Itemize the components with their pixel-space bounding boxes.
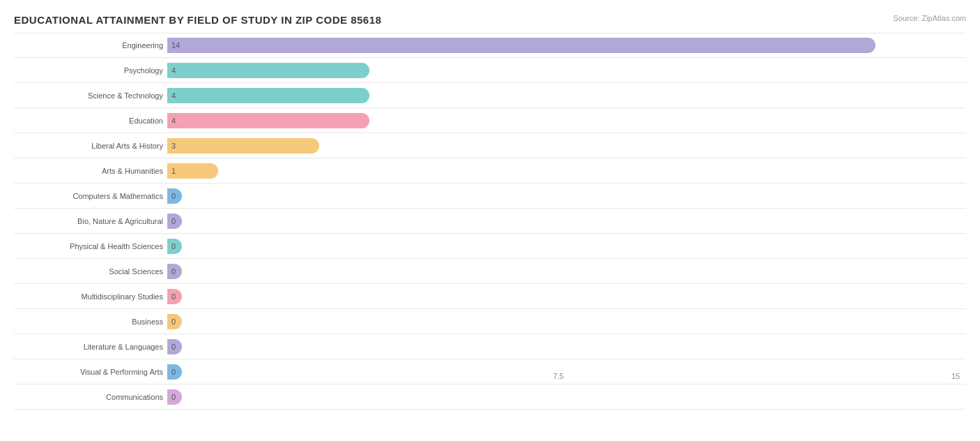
- bar-value-label: 0: [171, 393, 176, 401]
- bar-track: 0: [167, 214, 966, 229]
- bar-row: Social Sciences0: [14, 259, 966, 284]
- bar-label: Computers & Mathematics: [14, 192, 167, 200]
- bar-row: Psychology4: [14, 58, 966, 83]
- bar-row: Liberal Arts & History3: [14, 133, 966, 158]
- bar-value-label: 0: [171, 267, 176, 276]
- bar-track: 0: [167, 314, 966, 329]
- bar-track: 4: [167, 63, 966, 78]
- bar-row: Business0: [14, 309, 966, 334]
- bar-fill: 0: [167, 389, 182, 405]
- bar-value-label: 0: [171, 368, 176, 376]
- bar-label: Communications: [14, 393, 167, 401]
- bar-track: 0: [167, 264, 966, 279]
- bar-fill: 0: [167, 314, 182, 329]
- bar-label: Psychology: [14, 66, 167, 75]
- bar-label: Arts & Humanities: [14, 167, 167, 175]
- bar-row: Bio, Nature & Agricultural0: [14, 209, 966, 234]
- bar-fill: 3: [167, 138, 319, 154]
- bar-fill: 0: [167, 214, 182, 229]
- bar-label: Business: [14, 317, 167, 326]
- bar-fill: 4: [167, 113, 369, 128]
- chart-container: EDUCATIONAL ATTAINMENT BY FIELD OF STUDY…: [0, 0, 980, 441]
- bar-value-label: 0: [171, 317, 176, 326]
- bar-fill: 0: [167, 264, 182, 279]
- bar-track: 0: [167, 289, 966, 304]
- bar-label: Social Sciences: [14, 267, 167, 276]
- bar-fill: 0: [167, 364, 182, 380]
- chart-area: Engineering14Psychology4Science & Techno…: [14, 33, 966, 390]
- bar-track: 0: [167, 364, 966, 380]
- bar-value-label: 4: [171, 91, 176, 100]
- bar-row: Science & Technology4: [14, 83, 966, 108]
- bar-row: Literature & Languages0: [14, 334, 966, 359]
- bar-value-label: 4: [171, 117, 176, 125]
- bar-value-label: 0: [171, 242, 176, 251]
- bar-track: 0: [167, 239, 966, 254]
- bar-value-label: 0: [171, 343, 176, 351]
- bar-value-label: 1: [171, 167, 176, 175]
- bar-track: 1: [167, 163, 966, 179]
- bar-label: Education: [14, 117, 167, 125]
- bar-fill: 0: [167, 289, 182, 304]
- bar-row: Engineering14: [14, 33, 966, 58]
- bar-row: Arts & Humanities1: [14, 158, 966, 184]
- bar-label: Engineering: [14, 41, 167, 50]
- bar-row: Education4: [14, 108, 966, 133]
- bar-value-label: 3: [171, 142, 176, 150]
- bar-label: Physical & Health Sciences: [14, 242, 167, 251]
- bar-label: Visual & Performing Arts: [14, 368, 167, 376]
- bar-track: 0: [167, 389, 966, 405]
- bar-row: Communications0: [14, 384, 966, 410]
- bar-fill: 0: [167, 239, 182, 254]
- bar-row: Visual & Performing Arts0: [14, 359, 966, 384]
- bar-label: Multidisciplinary Studies: [14, 292, 167, 301]
- bar-row: Physical & Health Sciences0: [14, 234, 966, 259]
- bar-track: 4: [167, 88, 966, 103]
- bar-value-label: 0: [171, 192, 176, 200]
- bar-track: 14: [167, 38, 966, 53]
- chart-source: Source: ZipAtlas.com: [893, 14, 966, 22]
- bar-row: Multidisciplinary Studies0: [14, 284, 966, 309]
- bars-section: Engineering14Psychology4Science & Techno…: [14, 33, 966, 369]
- bar-value-label: 0: [171, 292, 176, 301]
- bar-label: Liberal Arts & History: [14, 142, 167, 150]
- bar-track: 0: [167, 339, 966, 354]
- bar-fill: 0: [167, 339, 182, 354]
- bar-label: Science & Technology: [14, 91, 167, 100]
- bar-track: 3: [167, 138, 966, 154]
- bar-label: Bio, Nature & Agricultural: [14, 217, 167, 225]
- chart-title: EDUCATIONAL ATTAINMENT BY FIELD OF STUDY…: [14, 14, 966, 26]
- bar-track: 4: [167, 113, 966, 128]
- bar-value-label: 4: [171, 66, 176, 75]
- bar-fill: 4: [167, 63, 369, 78]
- bar-label: Literature & Languages: [14, 343, 167, 351]
- bar-row: Computers & Mathematics0: [14, 184, 966, 209]
- bar-value-label: 0: [171, 217, 176, 225]
- bar-fill: 4: [167, 88, 369, 103]
- bar-value-label: 14: [171, 41, 180, 50]
- bar-fill: 1: [167, 163, 218, 179]
- bar-fill: 14: [167, 38, 875, 53]
- bar-fill: 0: [167, 188, 182, 204]
- bar-track: 0: [167, 188, 966, 204]
